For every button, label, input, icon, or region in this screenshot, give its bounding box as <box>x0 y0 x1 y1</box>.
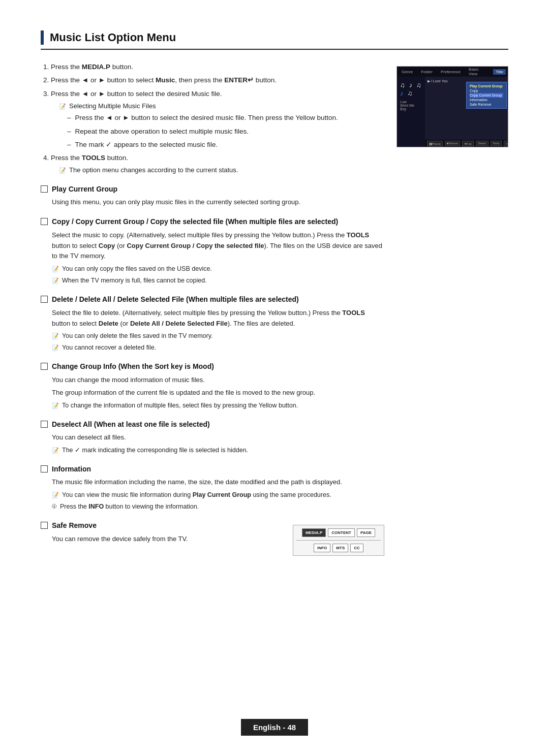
checkbox-icon-info <box>41 465 48 472</box>
screenshot-column: Genre Folder Preference Basic View Title… <box>396 62 508 556</box>
checkbox-icon-safe-remove <box>41 522 48 529</box>
sub-item-3: The mark ✓ appears to the selected music… <box>67 140 384 150</box>
note-icon-delete-1: 📝 <box>52 332 59 341</box>
note-change-group-text: To change the information of multiple fi… <box>62 400 298 411</box>
step4-note-line: 📝 The option menu changes according to t… <box>59 165 384 175</box>
note-icon: 📝 <box>59 102 66 111</box>
step4-note-text: The option menu changes according to the… <box>69 165 238 175</box>
section-body-safe-remove: You can remove the device safely from th… <box>52 534 281 545</box>
section-play-current-group: Play Current Group Using this menu, you … <box>41 184 384 208</box>
tv-tab-title: Title <box>493 69 506 75</box>
note-icon-copy-2: 📝 <box>52 276 59 286</box>
note-info-2: 🛈 Press the INFO button to viewing the i… <box>52 501 384 512</box>
section-header-info: Information <box>41 464 384 475</box>
tv-menu-item-safe-remove: Safe Remove <box>470 102 503 107</box>
tv-btn-fav: ★Fav <box>462 141 474 146</box>
section-body-play-text: Using this menu, you can only play music… <box>52 197 384 208</box>
note-deselect: 📝 The ✓ mark indicating the correspondin… <box>52 445 384 455</box>
section-body-change-group-text1: You can change the mood information of m… <box>52 375 384 386</box>
note-copy-1: 📝 You can only copy the files saved on t… <box>52 264 384 274</box>
sub-item-1: Press the ◄ or ► button to select the de… <box>67 113 384 123</box>
remote-buttons: MEDIA.P CONTENT PAGE INFO MTS CC <box>293 525 384 556</box>
section-header-play: Play Current Group <box>41 184 384 195</box>
remote-btn-cc: CC <box>350 544 363 552</box>
section-body-copy-text: Select the music to copy. (Alternatively… <box>52 230 384 262</box>
note-icon-copy-1: 📝 <box>52 265 59 274</box>
section-information: Information The music file information i… <box>41 464 384 512</box>
tv-btn-pause: ▮▮Pause <box>427 141 443 146</box>
checkbox-icon-delete <box>41 296 48 303</box>
tv-bottom-bar: ▮▮Pause ■Device ★Fav Select Tools ↩Retur… <box>425 140 508 147</box>
tv-tab-genre: Genre <box>399 69 415 75</box>
section-body-deselect-text: You can deselect all files. <box>52 432 384 443</box>
checkbox-icon-deselect <box>41 421 48 428</box>
note-copy-1-text: You can only copy the files saved on the… <box>62 264 212 274</box>
section-title-info: Information <box>52 464 91 475</box>
note-icon-2: 📝 <box>59 166 66 175</box>
step3-note-title-line: 📝 Selecting Multiple Music Files <box>59 101 384 111</box>
remote-row-2: INFO MTS CC <box>314 544 363 552</box>
section-body-deselect: You can deselect all files. 📝 The ✓ mark… <box>52 432 384 455</box>
step-3: Press the ◄ or ► button to select the de… <box>51 89 384 150</box>
checkbox-icon-change-group <box>41 363 48 370</box>
checkbox-icon-copy <box>41 218 48 225</box>
checkbox-icon <box>41 185 48 193</box>
remote-btn-info: INFO <box>314 544 330 552</box>
section-body-info-text: The music file information including the… <box>52 477 384 488</box>
tv-tab-folder: Folder <box>418 69 435 75</box>
title-bar: Music List Option Menu <box>41 30 508 50</box>
tv-top-bar: Genre Folder Preference Basic View Title <box>397 67 508 77</box>
tv-screen: Genre Folder Preference Basic View Title… <box>396 66 508 147</box>
tv-content: ▶ I Love You Play Current Group Copy Cop… <box>425 77 508 147</box>
section-title-play: Play Current Group <box>52 184 117 195</box>
tv-main: ♫ ♪ ♫ ♪ ♫ Low Wont Me Boy <box>397 77 508 147</box>
main-content: Press the MEDIA.P button. Press the ◄ or… <box>41 62 508 556</box>
text-column: Press the MEDIA.P button. Press the ◄ or… <box>41 62 384 556</box>
page-title: Music List Option Menu <box>50 31 176 44</box>
tv-btn-return: ↩Return <box>504 141 508 146</box>
section-title-copy: Copy / Copy Current Group / Copy the sel… <box>52 217 338 227</box>
note-info-1-text: You can view the music file information … <box>62 490 331 500</box>
step3-note-block: 📝 Selecting Multiple Music Files Press t… <box>59 101 384 150</box>
remote-row-1: MEDIA.P CONTENT PAGE <box>302 528 375 537</box>
step-4: Press the TOOLS button. 📝 The option men… <box>51 153 384 175</box>
tv-btn-tools: Tools <box>491 141 502 146</box>
section-header-deselect: Deselect All (When at least one file is … <box>41 420 384 430</box>
section-title-change-group: Change Group Info (When the Sort key is … <box>52 362 214 372</box>
section-body-delete-text: Select the file to delete. (Alternativel… <box>52 308 384 329</box>
section-safe-remove: Safe Remove You can remove the device sa… <box>41 521 384 556</box>
tv-tab-preference: Preference <box>438 69 463 75</box>
remote-btn-mediap: MEDIA.P <box>302 528 326 537</box>
footer-badge: English - 48 <box>241 719 308 736</box>
section-header-change-group: Change Group Info (When the Sort key is … <box>41 362 384 372</box>
step-1: Press the MEDIA.P button. <box>51 62 384 72</box>
section-header-copy: Copy / Copy Current Group / Copy the sel… <box>41 217 384 227</box>
section-body-change-group-text2: The group information of the current fil… <box>52 388 384 398</box>
note-info-1: 📝 You can view the music file informatio… <box>52 490 384 500</box>
footer: English - 48 <box>0 719 549 736</box>
section-body-copy: Select the music to copy. (Alternatively… <box>52 230 384 286</box>
section-body-play: Using this menu, you can only play music… <box>52 197 384 208</box>
section-body-safe-remove-text: You can remove the device safely from th… <box>52 534 281 545</box>
tv-menu-item-copy: Copy <box>470 88 503 93</box>
note-info-2-text: Press the INFO button to viewing the inf… <box>60 501 199 512</box>
tv-menu-item-delete: Play Current Group <box>470 84 503 88</box>
section-copy: Copy / Copy Current Group / Copy the sel… <box>41 217 384 286</box>
note-icon-info-1: 📝 <box>52 491 59 500</box>
note-icon-change-group: 📝 <box>52 401 59 411</box>
tv-sidebar: ♫ ♪ ♫ ♪ ♫ Low Wont Me Boy <box>397 77 425 147</box>
sub-item-2: Repeat the above operation to select mul… <box>67 127 384 137</box>
note-icon-info-2: 🛈 <box>52 502 57 511</box>
note-delete-1-text: You can only delete the files saved in t… <box>62 331 212 341</box>
note-icon-delete-2: 📝 <box>52 343 59 353</box>
section-change-group: Change Group Info (When the Sort key is … <box>41 362 384 410</box>
tv-btn-select: Select <box>476 141 489 146</box>
section-title-delete: Delete / Delete All / Delete Selected Fi… <box>52 295 299 305</box>
remote-btn-page: PAGE <box>357 528 375 537</box>
section-title-deselect: Deselect All (When at least one file is … <box>52 420 210 430</box>
note-icon-deselect: 📝 <box>52 446 59 455</box>
note-delete-2: 📝 You cannot recover a deleted file. <box>52 342 384 353</box>
step3-sublist: Press the ◄ or ► button to select the de… <box>59 113 384 150</box>
tv-menu-item-copy-group: Copy Current Group <box>470 93 503 98</box>
section-deselect-all: Deselect All (When at least one file is … <box>41 420 384 455</box>
